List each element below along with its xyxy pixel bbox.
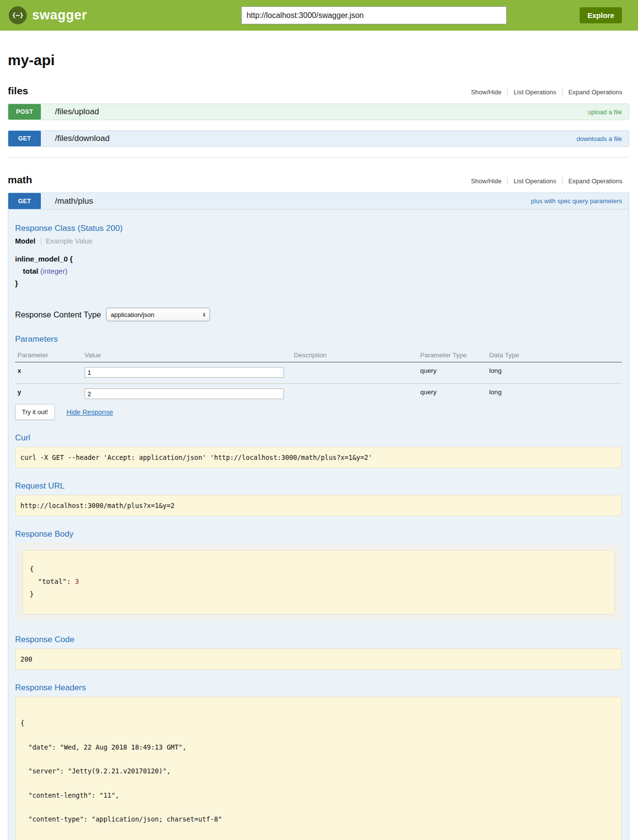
response-code-heading: Response Code [15, 635, 622, 645]
parameters-header-row: Parameter Value Description Parameter Ty… [15, 348, 622, 362]
parameter-data-type: long [489, 362, 622, 384]
response-headers-line: { [20, 719, 617, 727]
json-value: 3 [75, 578, 79, 585]
api-title: my-api [8, 52, 629, 69]
response-class-heading: Response Class (Status 200) [15, 224, 622, 233]
request-url-block: http://localhost:3000/math/plus?x=1&y=2 [15, 495, 622, 516]
arrow-down-icon: ▾ [203, 315, 205, 317]
swagger-logo: {⋯} swagger [9, 6, 87, 24]
spec-url-input[interactable] [241, 6, 507, 24]
curl-command-block: curl -X GET --header 'Accept: applicatio… [15, 447, 622, 468]
response-body-heading: Response Body [15, 529, 622, 539]
col-value: Value [85, 348, 294, 362]
operation-path-link[interactable]: /files/upload [55, 107, 99, 117]
page-content: my-api files Show/Hide List Operations E… [8, 52, 629, 840]
section-math-name: math [8, 174, 32, 186]
model-property-name: total [23, 267, 38, 275]
section-math: math Show/Hide List Operations Expand Op… [8, 174, 629, 840]
operation-content: Response Class (Status 200) ModelExample… [8, 210, 629, 840]
response-headers-line: "server": "Jetty(9.2.21.v20170120)", [20, 767, 617, 775]
operation-summary-link[interactable]: downloads a file [577, 135, 622, 142]
model-property-type: (integer) [40, 267, 68, 275]
method-badge: GET [8, 193, 41, 209]
response-body-container: { "total": 3 } [15, 543, 622, 622]
tab-model[interactable]: Model [15, 237, 41, 245]
list-operations-link[interactable]: List Operations [507, 88, 562, 96]
operation-header-row[interactable]: GET /math/plus plus with spec query para… [8, 193, 629, 210]
operation-summary-link[interactable]: upload a file [588, 108, 622, 116]
response-content-type-select[interactable]: application/json ▴ ▾ [106, 308, 210, 321]
model-close-brace: } [15, 277, 622, 289]
response-content-type-label: Response Content Type [15, 310, 101, 319]
json-open-brace: { [30, 562, 607, 575]
parameter-description [294, 384, 420, 401]
parameters-table: Parameter Value Description Parameter Ty… [15, 348, 622, 401]
method-badge: GET [8, 131, 41, 146]
show-hide-link[interactable]: Show/Hide [465, 177, 507, 185]
model-signature: inline_model_0 { total (integer) } [15, 253, 622, 289]
expand-operations-link[interactable]: Expand Operations [562, 88, 629, 96]
curl-heading: Curl [15, 433, 622, 443]
response-content-type-row: Response Content Type application/json ▴… [15, 308, 622, 321]
section-math-header: math Show/Hide List Operations Expand Op… [8, 174, 629, 186]
col-data-type: Data Type [489, 348, 622, 362]
parameter-data-type: long [489, 384, 622, 401]
operation-get-math-plus: GET /math/plus plus with spec query para… [8, 192, 629, 840]
try-it-out-button[interactable]: Try it out! [15, 404, 55, 420]
response-headers-line: "date": "Wed, 22 Aug 2018 18:49:13 GMT", [20, 743, 617, 752]
tab-example-value[interactable]: Example Value [41, 237, 92, 245]
response-headers-line: "content-length": "11", [20, 791, 617, 800]
operation-get-files-download[interactable]: GET /files/download downloads a file [8, 130, 629, 147]
operation-path-link[interactable]: /math/plus [55, 196, 93, 206]
section-files-name: files [8, 85, 28, 97]
operation-summary-link[interactable]: plus with spec query parameters [531, 197, 622, 205]
select-stepper-icon: ▴ ▾ [203, 312, 205, 317]
json-separator: : [67, 578, 75, 585]
model-open-brace: inline_model_0 { [15, 253, 622, 265]
method-badge: POST [8, 104, 41, 120]
operation-path-link[interactable]: /files/download [55, 134, 109, 143]
explore-button[interactable]: Explore [580, 7, 622, 23]
json-close-brace: } [30, 588, 607, 600]
show-hide-link[interactable]: Show/Hide [465, 88, 507, 96]
model-tabs: ModelExample Value [15, 237, 622, 245]
section-math-controls: Show/Hide List Operations Expand Operati… [465, 177, 629, 185]
col-parameter-type: Parameter Type [420, 348, 489, 362]
expand-operations-link[interactable]: Expand Operations [562, 177, 629, 185]
actions-row: Try it out! Hide Response [15, 404, 622, 420]
section-divider [8, 157, 629, 158]
parameters-heading: Parameters [15, 334, 622, 344]
col-parameter: Parameter [15, 348, 85, 362]
parameter-type: query [420, 384, 489, 401]
selected-content-type: application/json [111, 311, 155, 318]
parameter-description [294, 362, 420, 384]
response-body-json: { "total": 3 } [22, 550, 615, 614]
parameter-row-x: x query long [15, 362, 622, 384]
parameter-name: x [15, 362, 85, 384]
list-operations-link[interactable]: List Operations [507, 177, 562, 185]
parameter-type: query [420, 362, 489, 384]
json-key: "total" [38, 578, 67, 585]
swagger-braces-icon: {⋯} [9, 6, 27, 24]
section-files: files Show/Hide List Operations Expand O… [8, 85, 629, 147]
model-property: total (integer) [15, 265, 622, 277]
section-files-header: files Show/Hide List Operations Expand O… [8, 85, 629, 97]
top-header-bar: {⋯} swagger Explore [0, 0, 638, 31]
operation-post-files-upload[interactable]: POST /files/upload upload a file [8, 104, 629, 120]
response-code-block: 200 [15, 648, 622, 670]
response-headers-heading: Response Headers [15, 683, 622, 693]
response-headers-block: { "date": "Wed, 22 Aug 2018 18:49:13 GMT… [15, 697, 622, 840]
parameter-row-y: y query long [15, 384, 622, 401]
parameter-x-input[interactable] [85, 367, 284, 378]
response-headers-line: "content-type": "application/json; chars… [20, 815, 617, 823]
hide-response-link[interactable]: Hide Response [67, 408, 113, 416]
parameter-y-input[interactable] [85, 388, 284, 399]
brand-name: swagger [32, 8, 87, 23]
col-description: Description [294, 348, 420, 362]
parameter-name: y [15, 384, 85, 401]
section-files-controls: Show/Hide List Operations Expand Operati… [465, 88, 629, 96]
request-url-heading: Request URL [15, 481, 622, 491]
json-total-line: "total": 3 [30, 575, 607, 588]
